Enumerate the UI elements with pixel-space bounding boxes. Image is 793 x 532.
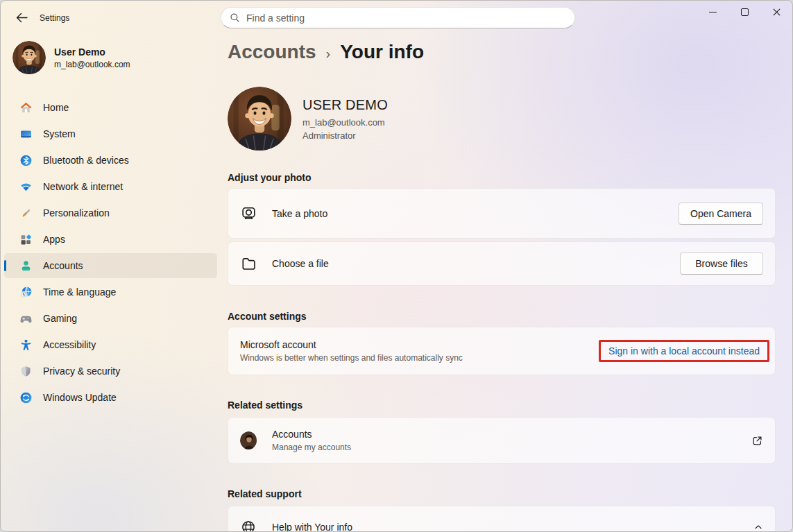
close-button[interactable]	[760, 1, 792, 24]
camera-icon	[240, 205, 257, 221]
sidebar-item-personalization[interactable]: Personalization	[4, 200, 217, 225]
sign-in-local-account-link[interactable]: Sign in with a local account instead	[608, 345, 760, 357]
settings-window: Settings User Demo m_lab@outlook.com	[0, 0, 793, 532]
sidebar-nav: Home System Bluetooth & devices Network …	[1, 95, 221, 410]
sidebar-item-label: System	[43, 128, 76, 139]
accessibility-icon	[20, 339, 32, 351]
sidebar-user-block[interactable]: User Demo m_lab@outlook.com	[1, 31, 221, 74]
help-with-your-info-row[interactable]: Help with Your info	[228, 506, 776, 532]
sidebar-item-label: Apps	[43, 234, 65, 245]
microsoft-account-row: Microsoft account Windows is better when…	[228, 327, 776, 375]
windows-update-icon	[20, 392, 32, 404]
close-icon	[773, 8, 781, 16]
related-accounts-row[interactable]: Accounts Manage my accounts	[228, 417, 776, 464]
sidebar-item-label: Personalization	[43, 207, 110, 218]
search-input[interactable]	[246, 12, 566, 24]
row-label: Choose a file	[272, 258, 329, 269]
sidebar-item-system[interactable]: System	[4, 121, 217, 146]
sidebar-item-label: Bluetooth & devices	[43, 155, 129, 166]
back-arrow-icon	[16, 12, 28, 23]
profile-name: USER DEMO	[302, 97, 388, 113]
maximize-button[interactable]	[728, 1, 760, 24]
bluetooth-icon	[20, 155, 32, 166]
folder-icon	[240, 256, 257, 272]
chevron-up-icon[interactable]	[753, 522, 763, 532]
sidebar-item-label: Time & language	[43, 286, 116, 298]
take-photo-row: Take a photo Open Camera	[228, 188, 776, 239]
minimize-button[interactable]	[697, 1, 728, 24]
profile-role: Administrator	[302, 130, 388, 141]
search-box[interactable]	[221, 7, 575, 28]
sidebar-item-time-language[interactable]: Time & language	[4, 280, 217, 304]
page-title: Your info	[340, 41, 424, 63]
microsoft-account-title: Microsoft account	[240, 339, 463, 350]
browse-files-button[interactable]: Browse files	[680, 252, 763, 275]
gaming-icon	[20, 313, 32, 325]
sidebar-item-label: Accessibility	[43, 339, 96, 350]
microsoft-account-subtitle: Windows is better when settings and file…	[240, 353, 463, 363]
system-icon	[20, 128, 32, 140]
help-title: Help with Your info	[272, 522, 352, 532]
sidebar-item-label: Network & internet	[43, 181, 123, 192]
app-title: Settings	[40, 13, 69, 23]
selected-indicator	[4, 260, 6, 271]
sidebar-item-apps[interactable]: Apps	[4, 227, 217, 252]
sidebar-item-label: Privacy & security	[43, 366, 120, 377]
sidebar-item-gaming[interactable]: Gaming	[4, 306, 217, 331]
globe-icon	[240, 520, 257, 532]
back-button[interactable]	[12, 10, 31, 25]
choose-file-row: Choose a file Browse files	[228, 241, 776, 286]
sidebar-item-label: Windows Update	[43, 392, 117, 403]
section-heading-related-support: Related support	[228, 488, 302, 499]
row-label: Take a photo	[272, 208, 327, 219]
accounts-icon	[20, 260, 32, 272]
section-heading-account-settings: Account settings	[228, 311, 307, 322]
maximize-icon	[741, 8, 749, 16]
accounts-mini-avatar	[240, 431, 257, 449]
sidebar-item-label: Accounts	[43, 260, 83, 271]
related-accounts-title: Accounts	[272, 429, 351, 440]
profile-email: m_lab@outlook.com	[302, 117, 388, 128]
user-email: m_lab@outlook.com	[54, 60, 130, 69]
sidebar-item-windows-update[interactable]: Windows Update	[4, 385, 217, 410]
sidebar: User Demo m_lab@outlook.com Home System …	[1, 31, 221, 531]
sidebar-item-network[interactable]: Network & internet	[4, 174, 217, 199]
section-heading-related-settings: Related settings	[228, 400, 302, 411]
minimize-icon	[709, 8, 717, 16]
sidebar-item-bluetooth[interactable]: Bluetooth & devices	[4, 148, 217, 173]
network-icon	[20, 181, 32, 193]
time-language-icon	[20, 286, 32, 298]
sidebar-item-home[interactable]: Home	[4, 95, 217, 120]
home-icon	[20, 102, 32, 114]
profile-avatar	[228, 87, 291, 151]
open-camera-button[interactable]: Open Camera	[679, 203, 763, 225]
sidebar-item-label: Gaming	[43, 313, 77, 324]
search-icon	[230, 12, 240, 23]
sidebar-item-privacy[interactable]: Privacy & security	[4, 359, 217, 384]
sidebar-item-accounts[interactable]: Accounts	[4, 253, 217, 278]
main-content: Accounts › Your info USER DEMO m_lab@out…	[228, 31, 776, 531]
personalization-icon	[20, 207, 32, 219]
privacy-icon	[20, 366, 32, 377]
related-accounts-subtitle: Manage my accounts	[272, 443, 351, 452]
sidebar-item-accessibility[interactable]: Accessibility	[4, 332, 217, 357]
breadcrumb: Accounts › Your info	[228, 41, 424, 63]
sidebar-item-label: Home	[43, 102, 69, 113]
breadcrumb-parent[interactable]: Accounts	[228, 41, 316, 63]
breadcrumb-separator-icon: ›	[326, 43, 331, 62]
apps-icon	[20, 234, 32, 246]
profile-block: USER DEMO m_lab@outlook.com Administrato…	[228, 87, 388, 151]
annotation-highlight-box: Sign in with a local account instead	[599, 340, 769, 362]
user-avatar	[12, 41, 46, 74]
external-link-icon[interactable]	[751, 435, 763, 447]
section-heading-adjust-photo: Adjust your photo	[228, 172, 312, 183]
user-name: User Demo	[54, 46, 130, 58]
